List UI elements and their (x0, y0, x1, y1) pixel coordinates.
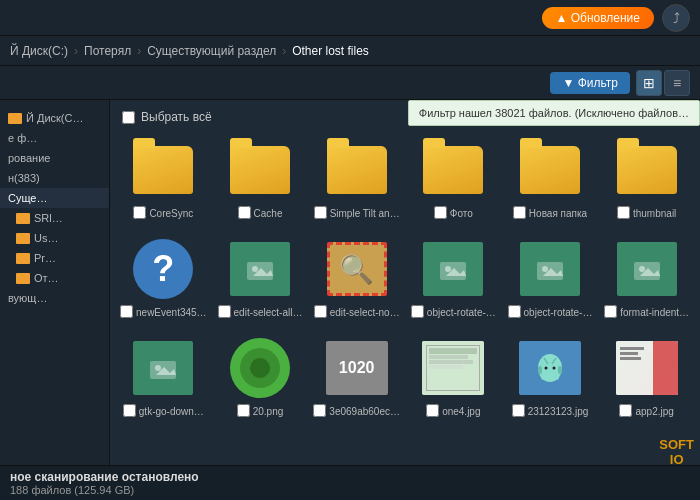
file-checkbox[interactable] (123, 404, 136, 417)
sidebar-item-ot[interactable]: От… (0, 268, 109, 288)
sidebar-label: Us… (34, 232, 58, 244)
file-item[interactable]: Cache (215, 130, 306, 223)
sidebar-item-disk-c[interactable]: Й Диск(С… (0, 108, 109, 128)
file-checkbox-row: gtk-go-down… (120, 404, 207, 417)
file-thumbnail (514, 332, 586, 404)
file-name: newEvent345… (136, 307, 207, 318)
file-name: Simple Tilt an… (330, 208, 400, 219)
file-item[interactable]: thumbnail (601, 130, 692, 223)
file-item[interactable]: object-rotate-… (505, 229, 596, 322)
file-name: thumbnail (633, 208, 676, 219)
breadcrumb-part-3[interactable]: Существующий раздел (147, 44, 276, 58)
file-checkbox-row: newEvent345… (120, 305, 207, 318)
file-item[interactable]: edit-select-all… (215, 229, 306, 322)
file-item[interactable]: 🔍 edit-select-no… (311, 229, 402, 322)
sidebar-item-susch[interactable]: Суще… (0, 188, 109, 208)
file-checkbox-row: 20.png (217, 404, 304, 417)
select-all-checkbox[interactable] (122, 111, 135, 124)
file-checkbox[interactable] (411, 305, 424, 318)
file-item[interactable]: format-indent… (601, 229, 692, 322)
file-checkbox[interactable] (238, 206, 251, 219)
sidebar-item-pr[interactable]: Pr… (0, 248, 109, 268)
file-item[interactable]: Новая папка (505, 130, 596, 223)
top-bar: ▲ Обновление ⤴ (0, 0, 700, 36)
folder-icon (16, 273, 30, 284)
file-thumbnail (224, 134, 296, 206)
file-content: Выбрать всё CoreSync Cache Simple Tilt a… (110, 100, 700, 465)
image-thumbnail (230, 338, 290, 398)
svg-rect-18 (558, 366, 562, 374)
share-button[interactable]: ⤴ (662, 4, 690, 32)
file-checkbox[interactable] (133, 206, 146, 219)
filter-button[interactable]: ▼ Фильтр (550, 72, 630, 94)
file-thumbnail (417, 332, 489, 404)
file-thumbnail (611, 134, 683, 206)
file-checkbox[interactable] (512, 404, 525, 417)
file-checkbox[interactable] (120, 305, 133, 318)
file-name: edit-select-all… (234, 307, 303, 318)
sidebar-item-us[interactable]: Us… (0, 228, 109, 248)
file-item[interactable]: CoreSync (118, 130, 209, 223)
file-thumbnail: 🔍 (321, 233, 393, 305)
file-checkbox[interactable] (513, 206, 526, 219)
file-item[interactable]: 20.png (215, 328, 306, 421)
image-thumbnail (423, 242, 483, 296)
file-item[interactable]: 1020 3e069ab60ec… (311, 328, 402, 421)
file-checkbox[interactable] (617, 206, 630, 219)
grid-view-button[interactable]: ⊞ (636, 70, 662, 96)
filter-tooltip: Фильтр нашел 38021 файлов. (Исключено фа… (408, 100, 700, 126)
file-thumbnail (514, 134, 586, 206)
sidebar-item-srl[interactable]: SRl… (0, 208, 109, 228)
file-item[interactable]: 23123123.jpg (505, 328, 596, 421)
file-item[interactable]: Simple Tilt an… (311, 130, 402, 223)
breadcrumb-part-1[interactable]: Й Диск(С:) (10, 44, 68, 58)
file-checkbox[interactable] (434, 206, 447, 219)
file-checkbox[interactable] (314, 305, 327, 318)
update-button[interactable]: ▲ Обновление (542, 7, 655, 29)
file-checkbox-row: app2.jpg (603, 404, 690, 417)
file-thumbnail (514, 233, 586, 305)
sidebar: Й Диск(С… е ф… рование н(383) Суще… SRl…… (0, 100, 110, 465)
file-item[interactable]: Фото (408, 130, 499, 223)
file-item[interactable]: object-rotate-… (408, 229, 499, 322)
file-checkbox[interactable] (604, 305, 617, 318)
svg-point-10 (639, 266, 645, 272)
svg-rect-16 (541, 362, 559, 380)
main-area: Й Диск(С… е ф… рование н(383) Суще… SRl…… (0, 100, 700, 465)
image-thumbnail (133, 341, 193, 395)
breadcrumb-part-2[interactable]: Потерял (84, 44, 131, 58)
sidebar-label: SRl… (34, 212, 63, 224)
select-all-label: Выбрать всё (141, 110, 212, 124)
file-thumbnail (127, 134, 199, 206)
file-checkbox[interactable] (218, 305, 231, 318)
file-item[interactable]: one4.jpg (408, 328, 499, 421)
file-thumbnail (321, 134, 393, 206)
file-thumbnail (611, 233, 683, 305)
list-view-button[interactable]: ≡ (664, 70, 690, 96)
file-checkbox[interactable] (313, 404, 326, 417)
file-item[interactable]: gtk-go-down… (118, 328, 209, 421)
file-name: object-rotate-… (524, 307, 593, 318)
file-checkbox[interactable] (619, 404, 632, 417)
file-thumbnail (611, 332, 683, 404)
breadcrumb: Й Диск(С:) › Потерял › Существующий разд… (0, 36, 700, 66)
file-thumbnail (417, 134, 489, 206)
file-checkbox[interactable] (237, 404, 250, 417)
sidebar-label: Суще… (8, 192, 48, 204)
file-checkbox[interactable] (314, 206, 327, 219)
file-item[interactable]: ? newEvent345… (118, 229, 209, 322)
file-checkbox-row: object-rotate-… (507, 305, 594, 318)
sidebar-item-n383[interactable]: н(383) (0, 168, 109, 188)
image-thumbnail (617, 242, 677, 296)
file-checkbox[interactable] (508, 305, 521, 318)
file-checkbox-row: format-indent… (603, 305, 690, 318)
file-item[interactable]: app2.jpg (601, 328, 692, 421)
folder-thumbnail (230, 146, 290, 194)
file-name: CoreSync (149, 208, 193, 219)
sidebar-item-rovainie[interactable]: рование (0, 148, 109, 168)
sidebar-item-ef[interactable]: е ф… (0, 128, 109, 148)
sidebar-item-vyusch[interactable]: вующ… (0, 288, 109, 308)
file-checkbox[interactable] (426, 404, 439, 417)
breadcrumb-part-4[interactable]: Other lost files (292, 44, 369, 58)
file-checkbox-row: Фото (410, 206, 497, 219)
